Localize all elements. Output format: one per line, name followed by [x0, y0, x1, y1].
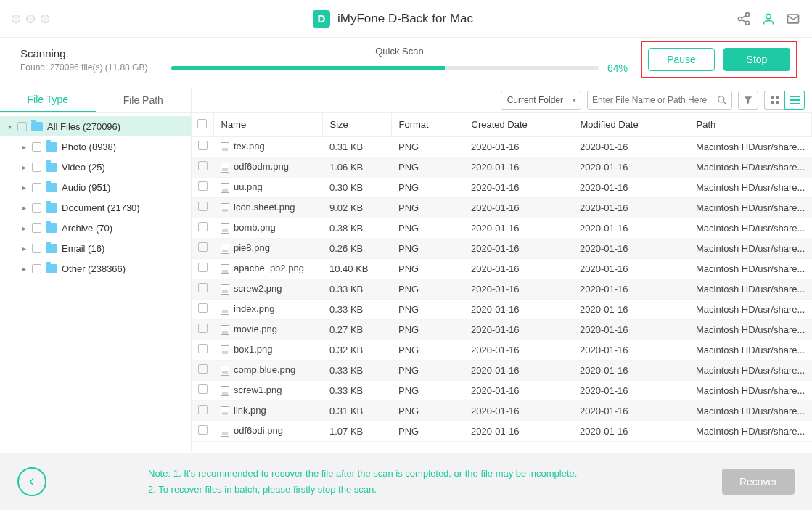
search-input[interactable] — [592, 95, 717, 105]
file-name: uu.png — [234, 181, 263, 192]
file-name: screw1.png — [234, 384, 282, 395]
table-row[interactable]: link.png0.31 KBPNG2020-01-162020-01-16Ma… — [192, 400, 812, 421]
file-icon — [221, 325, 229, 335]
table-row[interactable]: tex.png0.31 KBPNG2020-01-162020-01-16Mac… — [192, 136, 812, 157]
file-created: 2020-01-16 — [464, 157, 573, 177]
mail-icon[interactable] — [786, 12, 800, 26]
table-row[interactable]: apache_pb2.png10.40 KBPNG2020-01-162020-… — [192, 258, 812, 279]
row-checkbox[interactable] — [198, 324, 208, 333]
row-checkbox[interactable] — [198, 405, 208, 414]
filter-button[interactable] — [738, 91, 758, 110]
tree-item-5[interactable]: ▸Archive (70) — [0, 218, 191, 238]
tree-item-1[interactable]: ▸Photo (8938) — [0, 136, 191, 157]
header-created[interactable]: Created Date — [464, 113, 573, 136]
list-view-button[interactable] — [784, 91, 805, 110]
search-box[interactable] — [587, 91, 732, 110]
header-path[interactable]: Path — [689, 113, 812, 136]
row-checkbox[interactable] — [198, 384, 208, 394]
tree-checkbox[interactable] — [32, 163, 41, 172]
table-row[interactable]: box1.png0.32 KBPNG2020-01-162020-01-16Ma… — [192, 340, 812, 360]
table-row[interactable]: bomb.png0.38 KBPNG2020-01-162020-01-16Ma… — [192, 218, 812, 238]
grid-view-button[interactable] — [764, 91, 784, 110]
app-title: D iMyFone D-Back for Mac — [49, 10, 737, 28]
file-size: 0.31 KB — [322, 136, 391, 157]
scan-mode: Quick Scan — [171, 46, 628, 57]
file-table: Name Size Format Created Date Modified D… — [192, 113, 812, 452]
search-icon[interactable] — [717, 95, 727, 105]
share-icon[interactable] — [737, 12, 751, 26]
row-checkbox[interactable] — [198, 364, 208, 374]
back-button[interactable] — [17, 467, 46, 496]
file-path: Macintosh HD/usr/share... — [689, 136, 812, 157]
file-path: Macintosh HD/usr/share... — [689, 299, 812, 319]
table-row[interactable]: index.png0.33 KBPNG2020-01-162020-01-16M… — [192, 299, 812, 319]
tree-checkbox[interactable] — [32, 264, 41, 273]
scope-select[interactable]: Current Folder — [501, 91, 581, 110]
row-checkbox[interactable] — [198, 344, 208, 353]
row-checkbox[interactable] — [198, 181, 208, 191]
chevron-icon[interactable]: ▸ — [20, 244, 28, 252]
file-modified: 2020-01-16 — [573, 380, 689, 400]
app-logo-icon: D — [313, 10, 330, 28]
file-name: movie.png — [234, 324, 277, 334]
tree-checkbox[interactable] — [32, 183, 41, 192]
table-row[interactable]: pie8.png0.26 KBPNG2020-01-162020-01-16Ma… — [192, 238, 812, 258]
stop-button[interactable]: Stop — [723, 48, 790, 71]
pause-button[interactable]: Pause — [648, 48, 715, 71]
file-modified: 2020-01-16 — [573, 157, 689, 177]
chevron-icon[interactable]: ▾ — [6, 123, 13, 131]
row-checkbox[interactable] — [198, 283, 208, 292]
row-checkbox[interactable] — [198, 242, 208, 252]
row-checkbox[interactable] — [198, 222, 208, 231]
row-checkbox[interactable] — [198, 161, 208, 170]
header-name[interactable]: Name — [213, 113, 322, 136]
tab-file-path[interactable]: File Path — [96, 87, 192, 112]
chevron-icon[interactable]: ▸ — [20, 143, 28, 151]
chevron-icon[interactable]: ▸ — [20, 224, 28, 232]
tree-checkbox[interactable] — [32, 223, 41, 233]
minimize-window[interactable] — [26, 15, 35, 23]
recover-button[interactable]: Recover — [722, 469, 795, 495]
tree-item-6[interactable]: ▸Email (16) — [0, 238, 191, 258]
table-row[interactable]: uu.png0.30 KBPNG2020-01-162020-01-16Maci… — [192, 177, 812, 197]
header-format[interactable]: Format — [391, 113, 464, 136]
chevron-icon[interactable]: ▸ — [20, 265, 28, 273]
file-path: Macintosh HD/usr/share... — [689, 238, 812, 258]
header-checkbox[interactable] — [192, 113, 213, 136]
table-row[interactable]: screw1.png0.33 KBPNG2020-01-162020-01-16… — [192, 380, 812, 400]
header-modified[interactable]: Modified Date — [573, 113, 689, 136]
table-row[interactable]: icon.sheet.png9.02 KBPNG2020-01-162020-0… — [192, 197, 812, 218]
table-row[interactable]: movie.png0.27 KBPNG2020-01-162020-01-16M… — [192, 319, 812, 340]
close-window[interactable] — [12, 15, 20, 23]
table-row[interactable]: odf6odm.png1.06 KBPNG2020-01-162020-01-1… — [192, 157, 812, 177]
row-checkbox[interactable] — [198, 425, 208, 435]
tree-checkbox[interactable] — [32, 203, 41, 213]
row-checkbox[interactable] — [198, 202, 208, 211]
tab-file-type[interactable]: File Type — [0, 87, 96, 112]
tree-item-2[interactable]: ▸Video (25) — [0, 157, 191, 177]
scope-label: Current Folder — [507, 95, 563, 105]
chevron-icon[interactable]: ▸ — [20, 204, 28, 212]
zoom-window[interactable] — [41, 15, 49, 23]
table-row[interactable]: comp.blue.png0.33 KBPNG2020-01-162020-01… — [192, 360, 812, 380]
file-format: PNG — [391, 136, 464, 157]
tree-checkbox[interactable] — [32, 142, 41, 152]
file-created: 2020-01-16 — [464, 136, 573, 157]
tree-item-0[interactable]: ▾All Files (270096) — [0, 116, 191, 136]
tree-checkbox[interactable] — [17, 122, 27, 131]
tree-item-7[interactable]: ▸Other (238366) — [0, 258, 191, 279]
table-row[interactable]: screw2.png0.33 KBPNG2020-01-162020-01-16… — [192, 279, 812, 299]
row-checkbox[interactable] — [198, 263, 208, 272]
tree-item-4[interactable]: ▸Document (21730) — [0, 197, 191, 218]
tree-item-3[interactable]: ▸Audio (951) — [0, 177, 191, 197]
user-icon[interactable] — [761, 12, 776, 26]
row-checkbox[interactable] — [198, 141, 208, 150]
table-row[interactable]: odf6odi.png1.07 KBPNG2020-01-162020-01-1… — [192, 421, 812, 441]
tree-checkbox[interactable] — [32, 244, 41, 253]
chevron-icon[interactable]: ▸ — [20, 163, 28, 171]
row-checkbox[interactable] — [198, 303, 208, 313]
file-icon — [221, 223, 229, 234]
chevron-icon[interactable]: ▸ — [20, 184, 28, 192]
header-size[interactable]: Size — [322, 113, 391, 136]
file-created: 2020-01-16 — [464, 299, 573, 319]
